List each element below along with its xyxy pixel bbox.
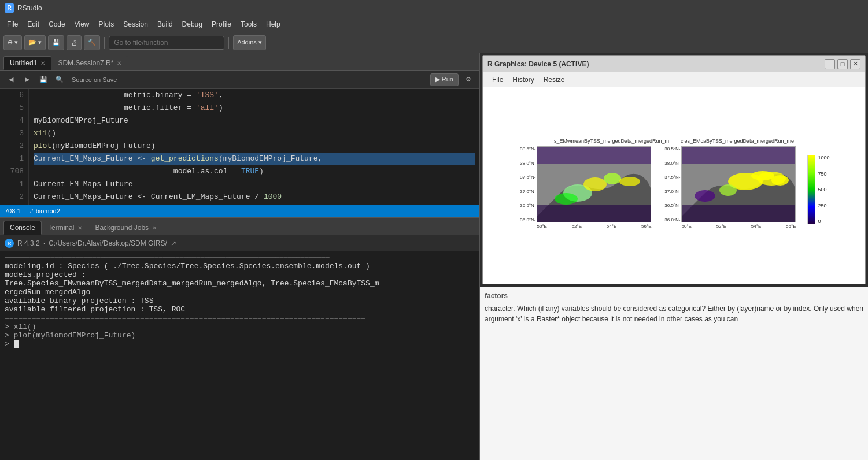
r-badge: R <box>5 239 14 248</box>
tab-console[interactable]: Console <box>3 221 42 235</box>
tab-sdm-label: SDM.Session7.R* <box>58 59 113 67</box>
menu-edit[interactable]: Edit <box>23 18 44 31</box>
tab-terminal[interactable]: Terminal ✕ <box>42 221 88 235</box>
console-separator: ========================================… <box>5 314 475 322</box>
background-jobs-label: Background Jobs <box>95 224 149 232</box>
forward-button[interactable]: ▶ <box>21 73 34 86</box>
app-icon: R <box>5 3 14 13</box>
svg-point-11 <box>719 184 737 196</box>
scale-label-500: 500 <box>818 187 829 192</box>
svg-point-5 <box>619 177 640 186</box>
run-button[interactable]: ▶ Run <box>430 73 459 86</box>
tab-untitled1-close[interactable]: ✕ <box>40 60 45 66</box>
plot1-x-axis: 50°E 52°E 54°E 56°E <box>537 222 651 233</box>
plot-charts: 38.5°N- 38.0°N- 37.5°N- 37.0°N- 36.5°N- … <box>518 146 829 233</box>
console-line-5: ergedRun_mergedAlgo <box>5 288 475 296</box>
tab-sdm-session[interactable]: SDM.Session7.R* ✕ <box>51 56 128 70</box>
find-button[interactable]: 🔍 <box>53 73 66 86</box>
graphics-menu-file[interactable]: File <box>487 75 508 85</box>
console-panel: Console Terminal ✕ Background Jobs ✕ R R… <box>0 217 479 460</box>
plot1-container: 38.5°N- 38.0°N- 37.5°N- 37.0°N- 36.5°N- … <box>518 146 651 233</box>
menubar: File Edit Code View Plots Session Build … <box>0 16 868 32</box>
console-cmd-1: > x11() <box>5 322 475 331</box>
maximize-button[interactable]: □ <box>837 59 848 69</box>
svg-rect-15 <box>682 205 795 222</box>
color-scale: 1000 750 500 250 0 <box>807 149 829 230</box>
titlebar: R RStudio <box>0 0 868 16</box>
main-toolbar: ⊕ ▾ 📂 ▾ 💾 🖨 🔨 Addins ▾ <box>0 32 868 53</box>
tab-sdm-close[interactable]: ✕ <box>117 60 121 66</box>
menu-plots[interactable]: Plots <box>94 18 119 31</box>
window-controls: — □ ✕ <box>825 59 860 69</box>
editor-toolbar: ◀ ▶ 💾 🔍 Source on Save ▶ Run ⚙ <box>0 71 479 89</box>
code-line-4: x11() <box>34 127 475 140</box>
scale-label-750: 750 <box>818 171 829 177</box>
new-file-button[interactable]: ⊕ ▾ <box>3 35 22 50</box>
code-content[interactable]: metric.binary = 'TSS', metric.filter = '… <box>29 89 479 205</box>
menu-help[interactable]: Help <box>261 18 285 31</box>
plot2-title: cies_EMcaByTSS_mergedData_mergedRun_me <box>681 138 794 144</box>
svg-point-16 <box>695 190 715 202</box>
menu-build[interactable]: Build <box>153 18 178 31</box>
tab-untitled1[interactable]: Untitled1 ✕ <box>3 56 51 70</box>
line-numbers: 6 5 4 3 2 1 708 1 2 3 <box>0 89 29 205</box>
graphics-menu-history[interactable]: History <box>508 75 538 85</box>
background-jobs-close[interactable]: ✕ <box>152 225 157 231</box>
terminal-close[interactable]: ✕ <box>77 225 82 231</box>
console-line-3: models.projected : <box>5 270 475 279</box>
editor-status: 708:1 # biomod2 <box>0 205 479 217</box>
tab-background-jobs[interactable]: Background Jobs ✕ <box>88 221 163 235</box>
plot1-map <box>537 146 651 222</box>
console-tab-label: Console <box>10 224 35 232</box>
save-file-button[interactable]: 💾 <box>37 73 50 86</box>
code-line-10: Current_EM_Maps_Future <- Current_EM_Map… <box>34 191 475 203</box>
goto-input[interactable] <box>109 36 224 50</box>
code-line-3: myBiomodEMProj_Future <box>34 114 475 127</box>
path-separator: · <box>43 239 45 247</box>
source-on-save-btn[interactable]: Source on Save <box>69 73 119 86</box>
right-panel: R Graphics: Device 5 (ACTIVE) — □ ✕ File… <box>480 53 868 460</box>
console-path-bar: R R 4.3.2 · C:/Users/Dr.Alavi/Desktop/SD… <box>0 235 479 251</box>
console-line-scroll: ————————————————————————————————————————… <box>5 254 475 262</box>
svg-point-2 <box>583 177 607 191</box>
options-button[interactable]: ⚙ <box>462 73 475 86</box>
print-button[interactable]: 🖨 <box>67 35 82 50</box>
hash-icon: # <box>30 207 34 214</box>
svg-rect-14 <box>682 147 795 164</box>
graphics-window: R Graphics: Device 5 (ACTIVE) — □ ✕ File… <box>482 55 866 284</box>
editor-area[interactable]: 6 5 4 3 2 1 708 1 2 3 metric.binary = 'T… <box>0 89 479 205</box>
console-line-9: available filtered projection : TSS, ROC <box>5 305 475 314</box>
console-output[interactable]: ————————————————————————————————————————… <box>0 251 479 460</box>
menu-session[interactable]: Session <box>119 18 153 31</box>
code-line-1: metric.binary = 'TSS', <box>34 89 475 102</box>
close-button[interactable]: ✕ <box>850 59 860 69</box>
editor-section: 6 5 4 3 2 1 708 1 2 3 metric.binary = 'T… <box>0 89 479 205</box>
plot2-map <box>681 146 796 222</box>
scale-label-250: 250 <box>818 203 829 209</box>
plot1-svg <box>537 147 651 222</box>
toolbar-separator-1 <box>104 37 105 49</box>
console-cmd-2: > plot(myBiomodEMProj_Future) <box>5 331 475 340</box>
menu-file[interactable]: File <box>2 18 23 31</box>
menu-profile[interactable]: Profile <box>207 18 236 31</box>
back-button[interactable]: ◀ <box>5 73 17 86</box>
graphics-menubar: File History Resize <box>483 72 865 87</box>
open-file-button[interactable]: 📂 ▾ <box>24 35 46 50</box>
terminal-tab-label: Terminal <box>48 224 74 232</box>
menu-debug[interactable]: Debug <box>178 18 207 31</box>
menu-code[interactable]: Code <box>44 18 70 31</box>
code-line-9: Current_EM_Maps_Future <box>34 178 475 191</box>
console-line-1: modeling.id : Species ( ./Tree.Species/T… <box>5 262 475 270</box>
plot2-svg <box>682 147 795 222</box>
graphics-menu-resize[interactable]: Resize <box>539 75 570 85</box>
addins-button[interactable]: Addins ▾ <box>233 35 266 50</box>
plot2-y-axis: 38.5°N- 38.0°N- 37.5°N- 37.0°N- 36.5°N- … <box>663 146 681 222</box>
menu-view[interactable]: View <box>70 18 94 31</box>
minimize-button[interactable]: — <box>825 59 835 69</box>
menu-tools[interactable]: Tools <box>236 18 261 31</box>
knit-button[interactable]: 🔨 <box>84 35 100 50</box>
help-panel: factors character. Which (if any) variab… <box>480 287 868 460</box>
graphics-content: s_EMwmeanByTSS_mergedData_mergedRun_m ci… <box>483 87 865 284</box>
code-line-8: model.as.col = TRUE) <box>34 165 475 178</box>
save-button[interactable]: 💾 <box>48 35 64 50</box>
